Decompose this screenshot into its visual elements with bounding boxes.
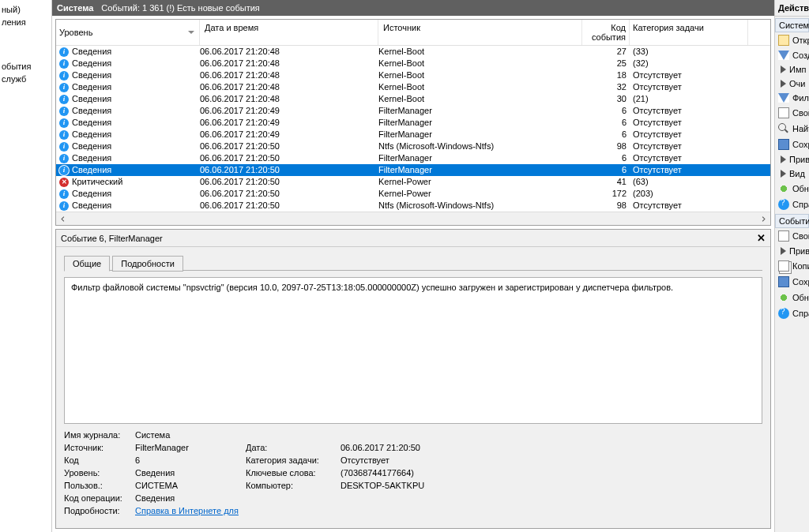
info-icon [59,189,69,199]
table-row[interactable]: Сведения06.06.2017 21:20:50Kernel-Power1… [56,188,770,200]
cell-source: Kernel-Boot [378,93,582,105]
col-header-code[interactable]: Код события [582,20,630,45]
action-icon [778,93,789,103]
action-label: Обно [792,184,809,193]
action-label: Копи [792,261,809,271]
cell-source: Kernel-Boot [378,46,582,58]
cell-level: Сведения [72,164,111,176]
table-row[interactable]: Сведения06.06.2017 21:20:49FilterManager… [56,129,770,140]
action-item[interactable]: Прив [775,152,809,167]
cell-category: (32) [630,58,748,69]
scroll-right-icon[interactable] [757,212,770,226]
col-header-source[interactable]: Источник [378,20,582,45]
nav-item[interactable]: ления [2,16,50,28]
cell-source: Ntfs (Microsoft-Windows-Ntfs) [378,140,582,152]
action-icon [778,51,789,60]
actions-title: Действия [775,0,809,17]
action-item[interactable]: Сохр [775,274,809,290]
action-icon [778,199,789,210]
cell-code: 6 [582,117,630,129]
action-item[interactable]: Копи [775,258,809,274]
log-titlebar: Система Событий: 1 361 (!) Есть новые со… [52,0,774,16]
table-row[interactable]: Критический06.06.2017 21:20:50Kernel-Pow… [56,176,770,188]
table-row[interactable]: Сведения06.06.2017 21:20:50FilterManager… [56,152,770,164]
lbl-source: Источник: [64,443,135,452]
cell-code: 98 [582,200,630,212]
action-item[interactable]: Фил [775,91,809,105]
action-item[interactable]: Обн [775,290,809,305]
action-item[interactable]: Созда [775,48,809,62]
cell-code: 18 [582,69,630,81]
col-header-level[interactable]: Уровень [56,20,200,45]
cell-level: Сведения [72,105,111,117]
link-online-help[interactable]: Справка в Интернете для [135,506,239,515]
lbl-keywords: Ключевые слова: [246,468,341,478]
cell-level: Сведения [72,129,111,140]
action-item[interactable]: Откр [775,32,809,48]
tab-details[interactable]: Подробности [112,256,183,272]
cell-datetime: 06.06.2017 21:20:48 [200,69,378,81]
table-row[interactable]: Сведения06.06.2017 21:20:48Kernel-Boot25… [56,58,770,69]
action-icon [778,276,789,287]
cell-source: Kernel-Boot [378,58,582,69]
scroll-left-icon[interactable] [56,212,70,226]
close-icon[interactable]: ✕ [757,232,766,244]
nav-item[interactable]: служб [2,73,50,85]
col-header-category[interactable]: Категория задачи [630,20,748,45]
action-item[interactable]: Сохр [775,137,809,152]
lbl-log-name: Имя журнала: [64,430,135,440]
action-item[interactable]: Спра [775,197,809,212]
action-item[interactable]: Свой [775,228,809,244]
action-item[interactable]: Вид [775,167,809,181]
table-row[interactable]: Сведения06.06.2017 21:20:48Kernel-Boot32… [56,81,770,93]
cell-code: 6 [582,164,630,176]
nav-item[interactable]: ный) [2,3,50,16]
lbl-level: Уровень: [64,468,135,478]
cell-category: Отсутствует [630,81,748,93]
cell-code: 6 [582,129,630,140]
col-header-datetime[interactable]: Дата и время [200,20,378,45]
action-item[interactable]: Найт [775,121,809,137]
action-item[interactable]: Обно [775,181,809,197]
cell-datetime: 06.06.2017 21:20:50 [200,188,378,200]
log-status: Событий: 1 361 (!) Есть новые события [101,3,259,13]
val-log-name: Система [135,430,246,440]
info-icon [59,201,69,211]
table-row[interactable]: Сведения06.06.2017 21:20:48Kernel-Boot30… [56,93,770,105]
table-row[interactable]: Сведения06.06.2017 21:20:49FilterManager… [56,117,770,129]
val-task-cat: Отсутствует [341,455,499,465]
table-row[interactable]: Сведения06.06.2017 21:20:49FilterManager… [56,105,770,117]
cell-code: 32 [582,81,630,93]
events-grid[interactable]: Уровень Дата и время Источник Код событи… [55,19,771,226]
info-icon [59,47,69,57]
grid-header[interactable]: Уровень Дата и время Источник Код событи… [56,20,770,46]
table-row[interactable]: Сведения06.06.2017 21:20:48Kernel-Boot18… [56,69,770,81]
actions-section-event: Событие [775,214,809,228]
val-date: 06.06.2017 21:20:50 [341,443,499,452]
cell-code: 6 [582,105,630,117]
horizontal-scrollbar[interactable] [56,212,770,225]
tab-general[interactable]: Общие [64,256,110,272]
table-row[interactable]: Сведения06.06.2017 21:20:50Ntfs (Microso… [56,200,770,212]
info-icon [59,59,69,69]
cell-datetime: 06.06.2017 21:20:50 [200,152,378,164]
cell-code: 6 [582,152,630,164]
nav-item[interactable]: обытия [2,60,50,73]
cell-datetime: 06.06.2017 21:20:49 [200,105,378,117]
val-computer: DESKTOP-5AKTKPU [341,481,499,490]
table-row[interactable]: Сведения06.06.2017 21:20:50FilterManager… [56,164,770,176]
action-icon [778,260,789,272]
action-item[interactable]: Прив [775,244,809,258]
info-icon [59,154,69,163]
event-description: Фильтр файловой системы "npsvctrig" (вер… [64,277,762,424]
action-item[interactable]: Спра [775,305,809,321]
cell-source: Ntfs (Microsoft-Windows-Ntfs) [378,200,582,212]
table-row[interactable]: Сведения06.06.2017 21:20:50Ntfs (Microso… [56,140,770,152]
action-item[interactable]: Имп [775,62,809,77]
cell-source: FilterManager [378,164,582,176]
action-label: Сохр [792,140,809,149]
nav-tree[interactable]: ный) ления обытия служб [0,0,52,532]
table-row[interactable]: Сведения06.06.2017 21:20:48Kernel-Boot27… [56,46,770,58]
action-item[interactable]: Очи [775,77,809,91]
action-item[interactable]: Свой [775,105,809,121]
